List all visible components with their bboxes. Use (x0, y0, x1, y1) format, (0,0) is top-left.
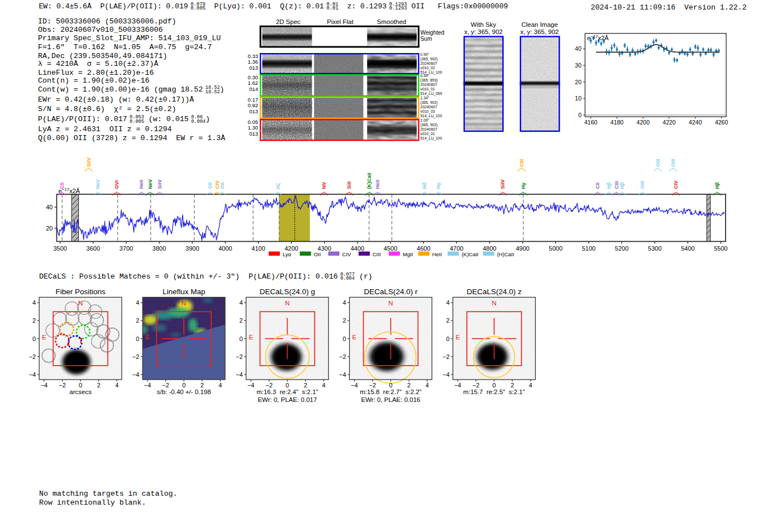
svg-text:2: 2 (446, 317, 450, 324)
svg-text:Hγ: Hγ (436, 183, 441, 189)
svg-text:4: 4 (342, 299, 346, 306)
svg-text:4800: 4800 (483, 245, 496, 252)
svg-text:EWr: 0, PLAE: 0.016: EWr: 0, PLAE: 0.016 (361, 396, 421, 403)
svg-text:2: 2 (32, 317, 36, 324)
svg-text:4: 4 (239, 299, 242, 306)
svg-text:5300: 5300 (648, 245, 661, 252)
svg-text:Hζ: Hζ (275, 183, 281, 189)
svg-text:E: E (249, 334, 254, 341)
svg-text:E: E (352, 334, 357, 341)
svg-text:−4: −4 (247, 382, 255, 389)
svg-text:−2: −2 (162, 382, 169, 389)
svg-text:40: 40 (575, 45, 581, 52)
svg-text:4: 4 (218, 382, 222, 389)
svg-text:4220: 4220 (662, 119, 676, 126)
svg-text:DECaLS(24.0) g: DECaLS(24.0) g (260, 287, 315, 296)
svg-text:4: 4 (136, 299, 139, 306)
svg-text:0.33: 0.33 (248, 53, 259, 59)
svg-text:E: E (145, 334, 150, 341)
svg-text:013: 013 (249, 131, 258, 137)
svg-text:OII: OII (207, 182, 213, 189)
svg-text:4: 4 (426, 382, 429, 389)
svg-text:CII: CII (59, 183, 65, 189)
svg-text:0: 0 (389, 382, 392, 389)
svg-text:2: 2 (511, 382, 514, 389)
svg-text:−4: −4 (351, 382, 358, 389)
svg-text:Smoothed: Smoothed (377, 18, 406, 25)
svg-text:Hδ: Hδ (422, 182, 427, 189)
svg-text:0: 0 (239, 336, 242, 342)
svg-text:−2: −2 (59, 382, 66, 389)
svg-text:−2: −2 (442, 353, 450, 360)
svg-text:OII: OII (314, 251, 321, 257)
svg-text:3700: 3700 (120, 245, 133, 252)
svg-text:3500: 3500 (53, 245, 66, 252)
svg-text:0.17: 0.17 (248, 97, 259, 103)
svg-text:3600: 3600 (87, 245, 100, 252)
svg-text:(365, 893): (365, 893) (421, 78, 438, 83)
svg-text:(K)CaII: (K)CaII (367, 173, 373, 189)
svg-text:NeV: NeV (147, 179, 153, 189)
svg-text:E: E (42, 334, 46, 341)
svg-text:−4: −4 (236, 371, 243, 378)
svg-text:E: E (456, 334, 460, 341)
svg-text:1.34": 1.34" (421, 96, 430, 100)
svg-text:MgII: MgII (403, 251, 413, 257)
svg-text:OIII: OIII (670, 159, 676, 167)
svg-text:N: N (492, 300, 496, 306)
svg-text:DECaLS(24.0) z: DECaLS(24.0) z (466, 287, 522, 296)
svg-text:e−17x2Å: e−17x2Å (587, 34, 609, 41)
svg-text:4240: 4240 (689, 119, 702, 126)
svg-text:4600: 4600 (417, 245, 430, 252)
svg-text:s/b: -0.40 +/- 0.198: s/b: -0.40 +/- 0.198 (157, 389, 211, 395)
svg-text:OIII: OIII (640, 181, 645, 189)
svg-text:2.09": 2.09" (421, 118, 430, 122)
svg-text:−2: −2 (339, 353, 346, 360)
svg-text:v010_02: v010_02 (421, 66, 435, 70)
svg-text:40: 40 (46, 204, 53, 210)
svg-text:x, y: 365, 902: x, y: 365, 902 (520, 28, 559, 35)
svg-text:SiIV: SiIV (157, 179, 163, 189)
svg-text:4900: 4900 (516, 245, 529, 252)
svg-text:4: 4 (322, 382, 326, 389)
svg-text:CIII: CIII (614, 181, 619, 189)
svg-text:x: x (67, 341, 70, 347)
svg-text:CIII: CIII (373, 251, 381, 257)
svg-text:−2: −2 (132, 353, 140, 360)
svg-text:(365, 902): (365, 902) (421, 57, 438, 61)
svg-text:Hβ: Hβ (619, 182, 625, 189)
svg-text:4: 4 (446, 299, 450, 306)
svg-text:0: 0 (493, 382, 496, 389)
svg-text:1.36: 1.36 (248, 59, 259, 65)
svg-text:5400: 5400 (681, 245, 694, 252)
svg-text:2: 2 (136, 317, 139, 324)
svg-text:Hγ: Hγ (521, 183, 526, 189)
svg-text:4: 4 (32, 299, 36, 306)
svg-text:013: 013 (249, 65, 258, 71)
svg-text:20240607: 20240607 (421, 105, 437, 109)
svg-text:−4: −4 (29, 371, 36, 378)
svg-text:N: N (388, 300, 393, 306)
svg-text:0.05: 0.05 (248, 119, 259, 125)
svg-text:−2: −2 (29, 353, 36, 360)
svg-text:0.90": 0.90" (421, 52, 430, 56)
svg-text:0: 0 (446, 336, 450, 342)
svg-text:DECaLS(24.0) r: DECaLS(24.0) r (364, 287, 418, 296)
svg-text:HeII: HeII (139, 180, 144, 189)
svg-text:CII: CII (595, 183, 600, 189)
svg-text:4500: 4500 (384, 245, 397, 252)
svg-text:30: 30 (575, 62, 581, 69)
svg-text:013: 013 (249, 108, 258, 114)
svg-text:SiIV: SiIV (86, 157, 92, 167)
svg-text:N: N (182, 300, 186, 306)
svg-text:5100: 5100 (582, 245, 595, 252)
svg-text:v010_01: v010_01 (421, 87, 435, 92)
svg-text:2: 2 (239, 317, 242, 324)
svg-text:3800: 3800 (152, 245, 166, 252)
svg-text:0.59": 0.59" (421, 74, 430, 78)
svg-text:CIV: CIV (342, 251, 352, 257)
svg-text:Lineflux Map: Lineflux Map (163, 287, 206, 296)
svg-text:514_LU_099: 514_LU_099 (421, 92, 442, 96)
svg-text:5200: 5200 (615, 245, 628, 252)
svg-text:NV: NV (321, 182, 327, 189)
